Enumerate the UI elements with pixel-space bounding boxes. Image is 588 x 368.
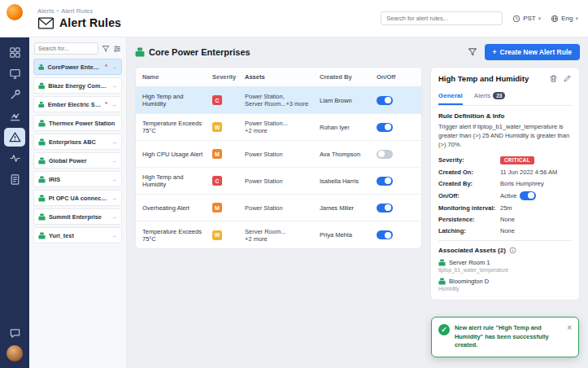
sidebar-item-enterprise[interactable]: Global Power → [33, 152, 122, 169]
sidebar-item-enterprise[interactable]: CorePower Enterprises * → [33, 59, 122, 75]
dashboard-icon [9, 46, 21, 59]
column-header-severity[interactable]: Severity [212, 73, 245, 81]
column-header-name[interactable]: Name [142, 73, 212, 81]
table-row[interactable]: High CPU Usage Alert M Power Station Ava… [136, 141, 421, 168]
detail-tab[interactable]: Alerts 23 [474, 89, 506, 105]
nav-analytics[interactable] [4, 107, 25, 125]
sidebar-item-enterprise[interactable]: Summit Enterprise → [33, 208, 122, 225]
success-check-icon: ✓ [438, 324, 450, 335]
edit-rule-icon[interactable] [563, 74, 572, 83]
enterprise-sidebar: CorePower Enterprises * → Blaze Energy C… [29, 37, 127, 368]
expand-arrow-icon[interactable]: → [111, 64, 117, 71]
rule-onoff-toggle[interactable] [377, 177, 393, 186]
rule-onoff-toggle[interactable] [377, 96, 393, 105]
expand-arrow-icon[interactable]: → [111, 138, 117, 146]
expand-arrow-icon[interactable]: → [111, 213, 117, 221]
nav-trends[interactable] [4, 149, 25, 168]
sidebar-search-input[interactable] [34, 42, 98, 55]
pulse-icon [9, 152, 21, 164]
rule-onoff-toggle[interactable] [377, 123, 393, 132]
app-logo[interactable] [7, 4, 23, 20]
enterprise-name: Ember Electric Station [48, 101, 102, 108]
create-new-alert-rule-button[interactable]: + Create New Alert Rule [485, 44, 580, 60]
rule-name-cell: High CPU Usage Alert [142, 151, 212, 158]
expand-arrow-icon[interactable]: → [111, 101, 117, 108]
nav-dashboard[interactable] [4, 43, 25, 62]
expand-arrow-icon[interactable]: → [111, 232, 117, 239]
table-row[interactable]: Overheating Alert M Power Station James … [136, 195, 421, 221]
expand-arrow-icon[interactable]: → [111, 82, 117, 90]
expand-arrow-icon[interactable]: → [111, 195, 117, 202]
nav-devices[interactable] [4, 64, 25, 83]
globe-icon [551, 15, 559, 23]
sidebar-item-enterprise[interactable]: IRIS → [33, 171, 122, 187]
sidebar-item-enterprise[interactable]: PI OPC UA connector → [33, 190, 122, 206]
timezone-select[interactable]: PST ▾ [512, 15, 541, 23]
sidebar-filter-icon[interactable] [102, 45, 110, 53]
asset-icon [438, 278, 446, 285]
rule-onoff-toggle[interactable] [377, 150, 393, 159]
column-header-assets[interactable]: Assets [245, 73, 320, 81]
nav-reports[interactable] [4, 170, 25, 189]
sidebar-item-enterprise[interactable]: Blaze Energy Complex → [33, 77, 122, 94]
table-row[interactable]: Temperature Exceeds 75°C W Power Station… [136, 114, 421, 141]
delete-rule-icon[interactable] [549, 74, 558, 83]
table-row[interactable]: Temperature Exceeds 75°C W Server Room..… [136, 221, 421, 248]
sidebar-item-enterprise[interactable]: Yuri_test → [33, 227, 122, 243]
enterprise-name: Thermex Power Station [49, 120, 115, 127]
info-icon[interactable] [509, 247, 516, 254]
alert-rule-details-panel: High Temp and Humidity General [430, 67, 580, 300]
assets-cell: Server Room... +2 more [245, 228, 320, 243]
created-by-cell: Liam Brown [320, 97, 377, 104]
breadcrumb-alerts[interactable]: Alerts [37, 7, 54, 15]
field-value: CRITICAL [500, 156, 534, 164]
nav-alerts[interactable] [4, 128, 25, 147]
column-header-created-by[interactable]: Created By [320, 73, 377, 81]
language-select[interactable]: Eng ▾ [551, 15, 578, 23]
enterprise-name: Global Power [49, 157, 87, 164]
rule-onoff-toggle[interactable] [377, 230, 393, 239]
chevron-down-icon: ▾ [575, 15, 578, 22]
associated-asset[interactable]: Bloomington D Humidity [438, 278, 572, 291]
selected-enterprise-title: Core Power Enterprises [149, 47, 250, 57]
associated-assets-list: Server Room 1 tiptop_b1_water_temperatur… [438, 259, 572, 291]
table-row[interactable]: High Temp and Humidity C Power Station I… [136, 168, 421, 195]
alert-rules-table: Name Severity Assets Created By On/Off H… [135, 67, 422, 249]
asset-name: Server Room 1 [449, 259, 490, 266]
expand-arrow-icon[interactable]: → [111, 176, 117, 183]
toast-close-icon[interactable]: × [567, 324, 572, 332]
alerts-count-badge: 23 [493, 92, 505, 99]
tab-label: General [438, 92, 463, 99]
user-avatar[interactable] [7, 345, 23, 361]
detail-tab[interactable]: General [438, 89, 463, 105]
alert-rules-search-input[interactable] [381, 11, 503, 25]
app-window: Alerts › Alert Rules Alert Rules PST ▾ E… [0, 0, 588, 368]
breadcrumb-separator: › [56, 7, 59, 15]
breadcrumb-current: Alert Rules [61, 7, 93, 15]
toast-message: New alert rule "High Temp and Humidity" … [455, 324, 562, 350]
field-label: Created On: [438, 169, 500, 176]
field-label: Severity: [438, 156, 500, 164]
asset-name: Bloomington D [449, 278, 489, 285]
table-row[interactable]: High Temp and Humidity C Power Station, … [136, 87, 421, 114]
sidebar-settings-icon[interactable] [113, 45, 121, 53]
sidebar-item-enterprise[interactable]: Enterprises ABC → [33, 134, 122, 150]
associated-asset[interactable]: Server Room 1 tiptop_b1_water_temperatur… [438, 259, 572, 273]
enterprise-name: IRIS [49, 176, 60, 183]
rule-onoff-toggle[interactable] [377, 204, 393, 212]
sidebar-item-enterprise[interactable]: Thermex Power Station [33, 115, 122, 131]
column-header-onoff[interactable]: On/Off [377, 73, 406, 81]
detail-onoff-toggle[interactable] [520, 191, 536, 200]
expand-arrow-icon[interactable]: → [111, 157, 117, 164]
nav-chat[interactable] [4, 324, 25, 343]
assets-cell: Power Station [245, 204, 320, 212]
severity-badge: M [212, 149, 222, 159]
table-filter-icon[interactable] [468, 47, 477, 57]
enterprise-icon [38, 138, 46, 146]
created-by-cell: Isabella Harris [320, 177, 377, 185]
enterprise-name: Blaze Energy Complex [48, 82, 107, 90]
enterprise-name: CorePower Enterprises [47, 64, 101, 71]
sidebar-item-enterprise[interactable]: Ember Electric Station * → [33, 96, 122, 112]
associated-assets-heading: Associated Assets (2) [438, 247, 506, 254]
nav-tools[interactable] [4, 85, 25, 104]
